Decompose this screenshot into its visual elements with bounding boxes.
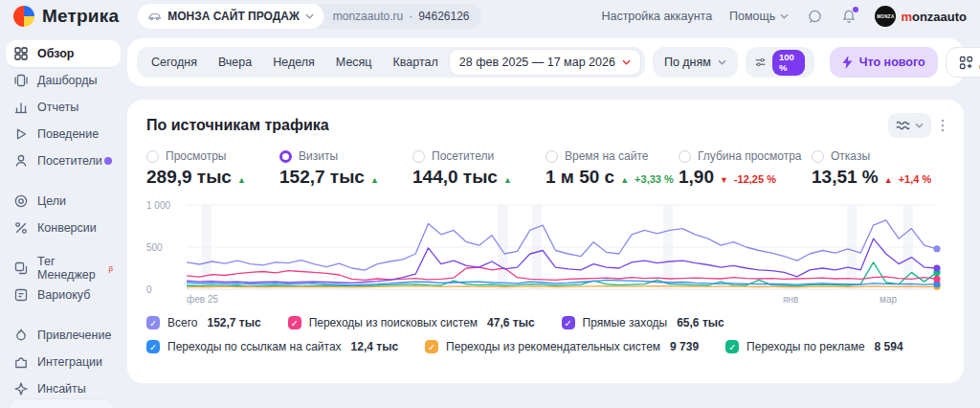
metric-tab[interactable]: Визиты152,7 тыс▲ xyxy=(279,149,412,188)
legend-value: 152,7 тыс xyxy=(207,316,260,329)
sidebar-item-behavior[interactable]: Поведение xyxy=(6,121,121,147)
card-menu-button[interactable] xyxy=(941,119,945,132)
user-menu[interactable]: MONZA monzaauto xyxy=(875,6,967,27)
granularity-dropdown[interactable]: По дням xyxy=(653,47,738,78)
sidebar-item-label: Интеграции xyxy=(37,355,102,369)
traffic-chart[interactable]: 05001 000фев 25янвмар xyxy=(146,197,945,312)
metric-value: 144,0 тыс xyxy=(412,167,498,188)
metric-label: Глубина просмотра xyxy=(698,149,802,163)
notification-dot xyxy=(853,7,858,12)
legend-item[interactable]: ✓Прямые заходы65,6 тыс xyxy=(562,316,724,329)
sidebar-item-label: Инсайты xyxy=(37,382,86,396)
whats-new-button[interactable]: Что нового xyxy=(830,47,938,78)
metric-label: Визиты xyxy=(299,149,338,163)
radio-selected-icon[interactable] xyxy=(279,150,292,163)
top-header: Метрика МОНЗА САЙТ ПРОДАЖ monzaauto.ru ·… xyxy=(0,0,980,33)
svg-text:фев 25: фев 25 xyxy=(187,294,218,305)
legend-checkbox-icon[interactable]: ✓ xyxy=(146,340,160,353)
sidebar-item-attraction[interactable]: Привлечение xyxy=(6,322,121,349)
metric-tab[interactable]: Посетители144,0 тыс▲ xyxy=(412,149,546,188)
legend-label: Переходы из поисковых систем xyxy=(309,316,478,329)
legend-item[interactable]: ✓Переходы по рекламе8 594 xyxy=(725,340,903,353)
sidebar: ОбзорДашбордыОтчетыПоведениеПосетителиЦе… xyxy=(0,36,126,408)
sidebar-item-overview[interactable]: Обзор xyxy=(6,40,121,67)
card-title: По источникам трафика xyxy=(146,117,329,134)
metric-value: 1,90 xyxy=(679,167,714,188)
sidebar-item-reports[interactable]: Отчеты xyxy=(6,94,121,121)
legend-checkbox-icon[interactable]: ✓ xyxy=(288,316,301,329)
sidebar-promo-card[interactable] xyxy=(8,398,115,408)
trend-up-icon: ▲ xyxy=(503,175,512,185)
legend-label: Всего xyxy=(167,316,197,329)
date-range-picker[interactable]: 28 фев 2025 — 17 мар 2026 xyxy=(449,49,641,76)
main-content: СегодняВчераНеделяМесяцКвартал 28 фев 20… xyxy=(127,38,964,383)
metric-tab[interactable]: Отказы13,51 %▲+1,4 % xyxy=(812,149,945,188)
period-button[interactable]: Месяц xyxy=(325,47,383,78)
radio-icon[interactable] xyxy=(146,150,159,163)
sidebar-item-label: Посетители xyxy=(37,154,102,168)
counter-domain-id[interactable]: monzaauto.ru · 94626126 xyxy=(323,10,481,23)
toolbar: СегодняВчераНеделяМесяцКвартал 28 фев 20… xyxy=(127,38,964,86)
legend-item[interactable]: ✓Переходы из поисковых систем47,6 тыс xyxy=(288,316,535,329)
metric-tab[interactable]: Глубина просмотра1,90▼-12,25 % xyxy=(679,149,812,188)
metric-label: Отказы xyxy=(831,149,870,163)
sidebar-group: ОбзорДашбордыОтчетыПоведениеПосетители xyxy=(6,40,121,174)
period-button[interactable]: Вчера xyxy=(208,47,262,78)
metric-delta: +1,4 % xyxy=(899,173,932,185)
sidebar-item-label: Привлечение xyxy=(37,329,111,342)
overview-icon xyxy=(13,46,29,61)
legend-item[interactable]: ✓Всего152,7 тыс xyxy=(146,316,261,329)
sidebar-item-variocube[interactable]: Вариокуб xyxy=(6,282,121,308)
sidebar-item-label: Конверсии xyxy=(37,221,97,235)
radio-icon[interactable] xyxy=(546,150,558,163)
metrica-logo[interactable]: Метрика xyxy=(13,6,119,27)
sidebar-item-label: Цели xyxy=(37,194,66,208)
insights-icon xyxy=(13,381,29,397)
user-name: monzaauto xyxy=(901,10,967,24)
metric-delta: -12,25 % xyxy=(734,173,776,185)
sidebar-item-integrations[interactable]: Интеграции xyxy=(6,349,121,375)
legend-label: Переходы по ссылкам на сайтах xyxy=(167,340,342,353)
kebab-icon xyxy=(941,119,945,132)
sliders-icon xyxy=(755,56,766,69)
counter-name-dropdown[interactable]: МОНЗА САЙТ ПРОДАЖ xyxy=(138,4,323,29)
svg-text:янв: янв xyxy=(783,294,798,305)
add-button[interactable]: Добавить xyxy=(946,47,980,78)
sidebar-item-visitors[interactable]: Посетители xyxy=(6,147,121,174)
metric-label: Посетители xyxy=(432,149,494,163)
radio-icon[interactable] xyxy=(679,150,691,163)
metric-label: Время на сайте xyxy=(565,149,648,163)
account-settings-link[interactable]: Настройка аккаунта xyxy=(601,10,712,23)
chevron-down-icon xyxy=(622,59,631,65)
sidebar-item-tag-manager[interactable]: Тег Менеджерβ xyxy=(6,255,121,282)
legend-checkbox-icon[interactable]: ✓ xyxy=(562,316,575,329)
notifications-button[interactable] xyxy=(840,8,858,25)
sidebar-group: ЦелиКонверсии xyxy=(6,188,121,241)
chat-button[interactable] xyxy=(806,8,823,25)
sidebar-item-goals[interactable]: Цели xyxy=(6,188,121,215)
radio-icon[interactable] xyxy=(412,150,425,163)
legend-checkbox-icon[interactable]: ✓ xyxy=(425,340,438,353)
sidebar-item-conversions[interactable]: Конверсии xyxy=(6,215,121,241)
radio-icon[interactable] xyxy=(812,150,824,163)
metric-tab[interactable]: Просмотры289,9 тыс▲ xyxy=(146,149,279,188)
new-feature-dot xyxy=(104,157,112,165)
help-menu[interactable]: Помощь xyxy=(729,10,789,23)
car-icon xyxy=(147,11,162,21)
legend-item[interactable]: ✓Переходы из рекомендательных систем9 73… xyxy=(425,340,699,353)
sampling-badge: 100 % xyxy=(772,50,805,76)
period-button[interactable]: Квартал xyxy=(383,47,449,78)
metric-value: 1 м 50 с xyxy=(546,167,614,188)
sampling-control[interactable]: 100 % xyxy=(746,47,814,78)
sidebar-item-dashboards[interactable]: Дашборды xyxy=(6,67,121,94)
metric-tab[interactable]: Время на сайте1 м 50 с▲+3,33 % xyxy=(546,149,679,188)
chart-type-selector[interactable] xyxy=(888,113,931,138)
period-button[interactable]: Неделя xyxy=(262,47,325,78)
legend-checkbox-icon[interactable]: ✓ xyxy=(146,316,160,329)
period-button[interactable]: Сегодня xyxy=(141,47,208,78)
metrics-row: Просмотры289,9 тыс▲Визиты152,7 тыс▲Посет… xyxy=(146,149,945,188)
legend-checkbox-icon[interactable]: ✓ xyxy=(725,340,739,353)
legend-item[interactable]: ✓Переходы по ссылкам на сайтах12,4 тыс xyxy=(146,340,398,353)
conversions-icon xyxy=(13,220,29,236)
tag-manager-icon xyxy=(13,261,29,276)
